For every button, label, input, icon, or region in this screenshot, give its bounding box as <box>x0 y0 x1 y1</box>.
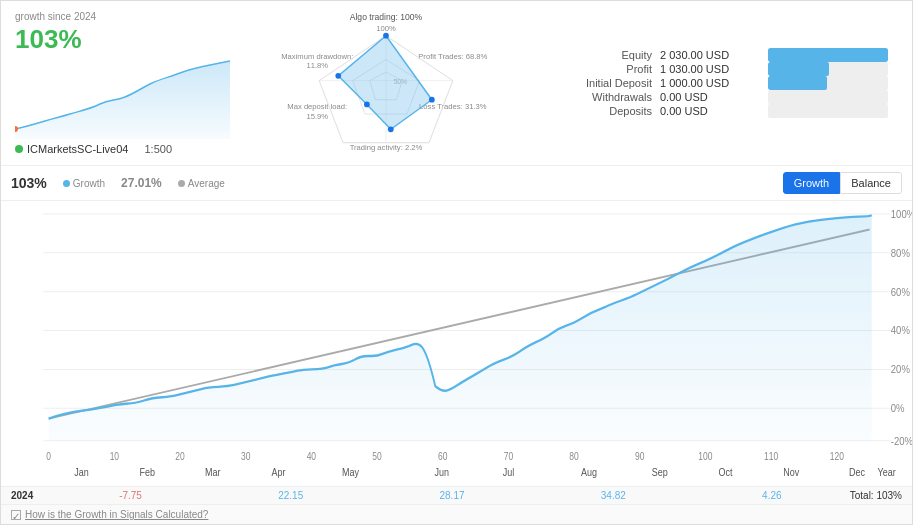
bottom-val: 4.26 <box>762 490 781 501</box>
growth-button[interactable]: Growth <box>783 172 840 194</box>
bottom-val: -7.75 <box>119 490 142 501</box>
radar-section: Algo trading: 100% 100% Maximum drawdown… <box>246 1 526 165</box>
svg-line-18 <box>429 81 453 143</box>
svg-text:Jan: Jan <box>74 466 89 478</box>
svg-text:60: 60 <box>438 450 447 462</box>
stat-value: 0.00 USD <box>660 105 760 117</box>
bottom-val: 22.15 <box>278 490 303 501</box>
top-section: growth since 2024 103% <box>1 1 912 166</box>
svg-text:Dec: Dec <box>849 466 865 478</box>
svg-marker-21 <box>338 36 432 130</box>
svg-text:100: 100 <box>698 450 712 462</box>
algo-trading-label: Algo trading: 100% <box>350 12 423 22</box>
svg-text:Jul: Jul <box>503 466 514 478</box>
online-indicator <box>15 145 23 153</box>
stat-label: Profit <box>542 63 652 75</box>
avg-metric-value: 27.01% <box>121 176 162 190</box>
svg-text:Sep: Sep <box>652 466 668 478</box>
stat-value: 1 000.00 USD <box>660 77 760 89</box>
svg-text:Loss Trades: 31.3%: Loss Trades: 31.3% <box>419 102 487 111</box>
svg-text:Trading activity: 2.2%: Trading activity: 2.2% <box>350 143 423 152</box>
svg-text:Apr: Apr <box>272 466 287 478</box>
svg-text:60%: 60% <box>891 285 911 298</box>
main-chart-area: 100% 80% 60% 40% 20% 0% -20% 0 10 20 30 … <box>1 201 912 486</box>
svg-point-24 <box>388 126 394 132</box>
stat-bar <box>768 76 827 90</box>
stat-bar-container <box>768 62 888 76</box>
stat-row: Equity 2 030.00 USD <box>542 48 896 62</box>
info-icon: ✓ <box>11 510 21 520</box>
svg-text:120: 120 <box>830 450 844 462</box>
stat-row: Initial Deposit 1 000.00 USD <box>542 76 896 90</box>
svg-text:Max deposit load:: Max deposit load: <box>287 102 347 111</box>
stat-label: Initial Deposit <box>542 77 652 89</box>
stat-bar-container <box>768 48 888 62</box>
svg-text:Aug: Aug <box>581 466 597 478</box>
svg-text:Maximum drawdown:: Maximum drawdown: <box>281 52 353 61</box>
svg-point-25 <box>364 102 370 108</box>
stat-label: Withdrawals <box>542 91 652 103</box>
account-name: ICMarketsSC-Live04 <box>15 143 128 155</box>
main-container: growth since 2024 103% <box>0 0 913 525</box>
svg-text:Profit Trades: 68.8%: Profit Trades: 68.8% <box>418 52 487 61</box>
svg-text:Nov: Nov <box>783 466 799 478</box>
chart-section: 103% Growth 27.01% Average Growth Balanc… <box>1 166 912 504</box>
stat-value: 1 030.00 USD <box>660 63 760 75</box>
growth-dot <box>63 180 70 187</box>
svg-text:15.9%: 15.9% <box>306 112 328 121</box>
svg-text:Oct: Oct <box>719 466 733 478</box>
growth-widget: growth since 2024 103% <box>1 1 246 165</box>
stat-row: Withdrawals 0.00 USD <box>542 90 896 104</box>
svg-text:0%: 0% <box>891 401 905 414</box>
stat-label: Equity <box>542 49 652 61</box>
stat-value: 0.00 USD <box>660 91 760 103</box>
stat-label: Deposits <box>542 105 652 117</box>
mini-chart <box>15 59 230 139</box>
growth-metric-label: Growth <box>63 178 105 189</box>
stat-value: 2 030.00 USD <box>660 49 760 61</box>
svg-text:-20%: -20% <box>891 434 912 447</box>
svg-text:80%: 80% <box>891 246 911 259</box>
footer-text[interactable]: How is the Growth in Signals Calculated? <box>25 509 208 520</box>
svg-text:40%: 40% <box>891 323 911 336</box>
bottom-year: 2024 <box>11 490 51 501</box>
svg-text:10: 10 <box>110 450 119 462</box>
stats-section: Equity 2 030.00 USD Profit 1 030.00 USD … <box>526 1 912 165</box>
svg-text:90: 90 <box>635 450 644 462</box>
growth-metric: 103% <box>11 175 47 191</box>
svg-text:30: 30 <box>241 450 250 462</box>
svg-point-26 <box>335 73 341 79</box>
svg-text:Year: Year <box>877 466 896 478</box>
account-info: ICMarketsSC-Live04 1:500 <box>15 143 232 155</box>
svg-text:Jun: Jun <box>434 466 449 478</box>
svg-text:50: 50 <box>372 450 381 462</box>
svg-text:80: 80 <box>569 450 578 462</box>
growth-since-label: growth since 2024 <box>15 11 232 22</box>
svg-text:110: 110 <box>764 450 778 462</box>
balance-button[interactable]: Balance <box>840 172 902 194</box>
svg-text:20%: 20% <box>891 362 911 375</box>
bottom-val: 28.17 <box>439 490 464 501</box>
svg-text:0: 0 <box>46 450 51 462</box>
svg-text:100%: 100% <box>376 24 396 33</box>
stat-row: Deposits 0.00 USD <box>542 104 896 118</box>
svg-text:May: May <box>342 466 359 478</box>
chart-type-buttons: Growth Balance <box>783 172 902 194</box>
growth-metric-value: 103% <box>11 175 47 191</box>
chart-controls: 103% Growth 27.01% Average Growth Balanc… <box>1 166 912 201</box>
svg-point-23 <box>429 97 435 103</box>
avg-metric-label: Average <box>178 178 225 189</box>
svg-point-22 <box>383 33 389 39</box>
stat-row: Profit 1 030.00 USD <box>542 62 896 76</box>
bottom-values: -7.7522.1528.1734.824.26 <box>51 490 850 501</box>
stat-bar <box>768 62 829 76</box>
svg-text:20: 20 <box>175 450 184 462</box>
bottom-total: Total: 103% <box>850 490 902 501</box>
svg-text:11.8%: 11.8% <box>306 61 328 70</box>
leverage-value: 1:500 <box>144 143 172 155</box>
svg-text:40: 40 <box>307 450 316 462</box>
stat-bar-container <box>768 76 888 90</box>
svg-text:100%: 100% <box>891 207 912 220</box>
svg-text:70: 70 <box>504 450 513 462</box>
avg-dot <box>178 180 185 187</box>
